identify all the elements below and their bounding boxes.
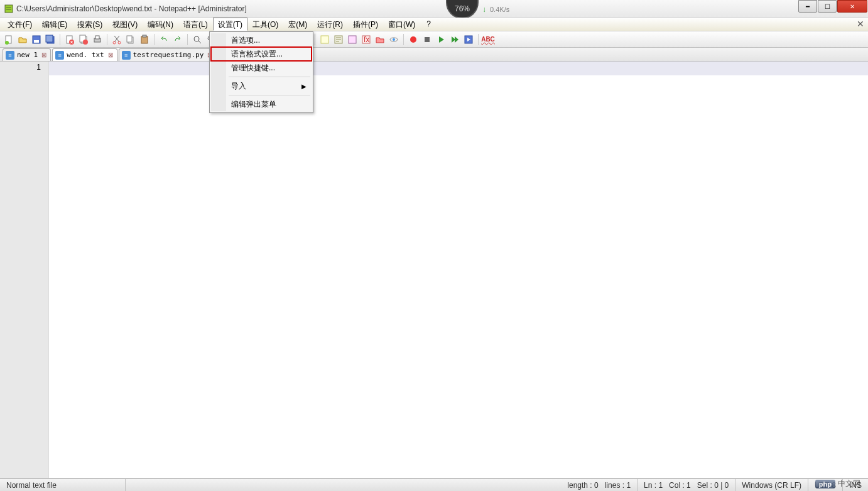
line-number-gutter: 1 — [0, 62, 49, 478]
menu-view[interactable]: 视图(V) — [107, 18, 143, 31]
line-number: 1 — [0, 63, 41, 72]
menu-bar: 文件(F) 编辑(E) 搜索(S) 视图(V) 编码(N) 语言(L) 设置(T… — [0, 18, 868, 31]
menu-encoding[interactable]: 编码(N) — [143, 18, 178, 31]
menu-search[interactable]: 搜索(S) — [72, 18, 107, 31]
svg-rect-6 — [46, 35, 53, 42]
system-overlay: 76% ↓ 0.4K/s — [446, 0, 509, 19]
tab-close-button[interactable]: ⊠ — [107, 51, 114, 59]
print-button[interactable] — [91, 33, 104, 46]
overlay-percent: 76% — [446, 0, 479, 19]
file-icon: ≡ — [122, 51, 131, 60]
new-file-button[interactable] — [3, 33, 15, 46]
save-button[interactable] — [30, 33, 43, 46]
spellcheck-button[interactable]: ABC — [482, 33, 494, 46]
stop-macro-button[interactable] — [421, 33, 433, 46]
menu-language[interactable]: 语言(L) — [178, 18, 213, 31]
minimize-button[interactable]: ━ — [798, 0, 817, 13]
menu-run[interactable]: 运行(R) — [312, 18, 348, 31]
watermark: php 中文网 — [815, 478, 860, 489]
watermark-logo: php — [815, 480, 835, 488]
svg-point-2 — [5, 41, 9, 45]
cut-button[interactable] — [111, 33, 123, 46]
svg-rect-13 — [95, 36, 99, 39]
svg-text:fx: fx — [364, 35, 369, 44]
svg-rect-19 — [143, 35, 146, 37]
status-position: Ln : 1 Col : 1 Sel : 0 | 0 — [637, 479, 735, 491]
window-controls: ━ ☐ ✕ — [798, 0, 868, 13]
play-macro-button[interactable] — [435, 33, 447, 46]
status-eol[interactable]: Windows (CR LF) — [735, 479, 808, 491]
tab-close-button[interactable]: ⊠ — [40, 51, 48, 59]
svg-rect-0 — [5, 5, 13, 13]
svg-point-20 — [194, 36, 199, 41]
redo-button[interactable] — [171, 33, 184, 46]
dropdown-item-style-configurator[interactable]: 语言格式设置... — [211, 47, 312, 61]
udl-button[interactable] — [318, 33, 331, 46]
submenu-arrow-icon: ▶ — [301, 83, 307, 90]
dropdown-item-import[interactable]: 导入▶ — [211, 79, 312, 93]
toolbar: ¶ fx ABC — [0, 31, 868, 48]
settings-dropdown: 首选项... 语言格式设置... 管理快捷键... 导入▶ 编辑弹出菜单 — [209, 31, 313, 113]
svg-point-33 — [410, 36, 416, 43]
tab-wend-txt[interactable]: ≡ wend. txt ⊠ — [52, 48, 117, 61]
copy-button[interactable] — [124, 33, 137, 46]
dropdown-separator — [229, 95, 310, 95]
tab-bar: ≡ new 1 ⊠ ≡ wend. txt ⊠ ≡ testrequestimg… — [0, 48, 868, 62]
file-icon: ≡ — [55, 51, 64, 60]
open-file-button[interactable] — [16, 33, 29, 46]
menu-plugins[interactable]: 插件(P) — [348, 18, 383, 31]
svg-point-32 — [393, 38, 395, 41]
doc-map-button[interactable] — [332, 33, 345, 46]
menu-tools[interactable]: 工具(O) — [247, 18, 283, 31]
menu-help[interactable]: ? — [420, 18, 437, 31]
save-all-button[interactable] — [44, 33, 57, 46]
tab-testrequestimg-py[interactable]: ≡ testrequestimg.py ⊠ — [119, 48, 217, 61]
app-icon — [4, 4, 14, 14]
close-document-button[interactable]: ✕ — [857, 19, 864, 29]
svg-rect-28 — [349, 36, 356, 43]
window-title: C:\Users\Administrator\Desktop\wend.txt … — [16, 4, 247, 13]
dropdown-item-edit-popup[interactable]: 编辑弹出菜单 — [211, 97, 312, 111]
down-arrow-icon: ↓ — [482, 5, 486, 14]
dropdown-item-preferences[interactable]: 首选项... — [211, 33, 312, 47]
find-button[interactable] — [191, 33, 203, 46]
svg-rect-34 — [425, 37, 430, 42]
monitoring-button[interactable] — [388, 33, 400, 46]
svg-point-11 — [83, 40, 88, 45]
save-macro-button[interactable] — [462, 33, 475, 46]
menu-edit[interactable]: 编辑(E) — [37, 18, 72, 31]
editor-area: 1 — [0, 62, 868, 478]
svg-rect-4 — [34, 40, 39, 43]
svg-rect-18 — [141, 36, 148, 43]
overlay-speed: 0.4K/s — [490, 6, 509, 13]
watermark-text: 中文网 — [838, 478, 860, 489]
tab-new1[interactable]: ≡ new 1 ⊠ — [3, 48, 51, 61]
current-line-highlight — [49, 62, 868, 75]
file-icon: ≡ — [6, 51, 14, 60]
folder-workspace-button[interactable] — [374, 33, 386, 46]
title-bar: C:\Users\Administrator\Desktop\wend.txt … — [0, 0, 868, 18]
close-file-button[interactable] — [63, 33, 76, 46]
close-button[interactable]: ✕ — [837, 0, 867, 13]
status-length: length : 0 lines : 1 — [561, 479, 637, 491]
text-content[interactable] — [49, 62, 868, 478]
close-all-button[interactable] — [77, 33, 90, 46]
dropdown-separator — [229, 77, 310, 77]
func-list-button[interactable]: fx — [360, 33, 372, 46]
undo-button[interactable] — [158, 33, 170, 46]
status-filetype: Normal text file — [0, 479, 126, 491]
svg-rect-26 — [321, 36, 328, 43]
menu-window[interactable]: 窗口(W) — [383, 18, 420, 31]
status-bar: Normal text file length : 0 lines : 1 Ln… — [0, 478, 868, 491]
menu-settings[interactable]: 设置(T) — [213, 18, 247, 31]
menu-macro[interactable]: 宏(M) — [283, 18, 312, 31]
paste-button[interactable] — [138, 33, 151, 46]
menu-file[interactable]: 文件(F) — [3, 18, 37, 31]
maximize-button[interactable]: ☐ — [818, 0, 837, 13]
svg-rect-17 — [127, 36, 132, 42]
dropdown-item-shortcut-mapper[interactable]: 管理快捷键... — [211, 61, 312, 75]
play-macro-multi-button[interactable] — [448, 33, 461, 46]
record-macro-button[interactable] — [407, 33, 420, 46]
doc-list-button[interactable] — [346, 33, 359, 46]
